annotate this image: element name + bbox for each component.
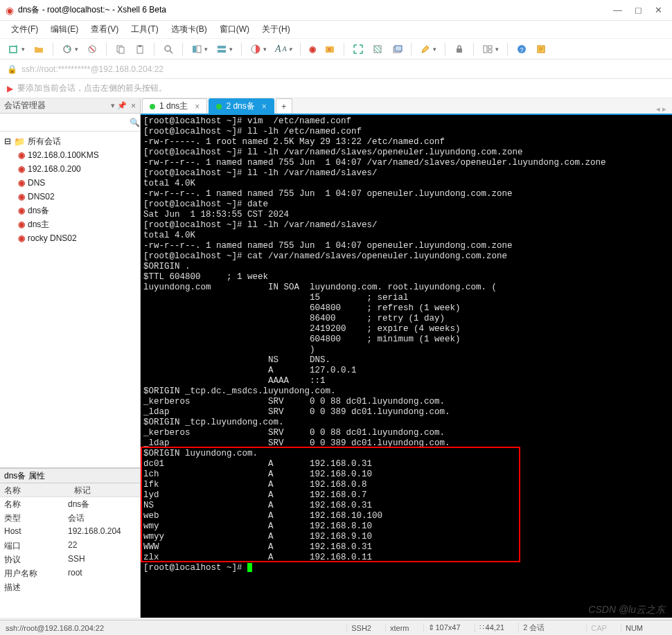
paste-button[interactable]: [132, 42, 148, 56]
fullscreen-button[interactable]: [350, 42, 366, 56]
address-bar[interactable]: 🔒 ssh://root:**********@192.168.0.204:22: [0, 60, 672, 79]
prop-key: 类型: [0, 511, 64, 525]
status-num: NUM: [621, 624, 647, 632]
xagent-button[interactable]: ◉: [306, 43, 319, 55]
panel-close-icon[interactable]: ×: [131, 101, 136, 111]
tab-label: 2 dns备: [226, 100, 254, 112]
menu-tabs[interactable]: 选项卡(B): [167, 22, 211, 37]
main-area: 会话管理器 ▾ 📌 × 🔍 ⊟ 📁 所有会话 ◉192.168.0.100KMS…: [0, 98, 672, 618]
ontop-button[interactable]: [389, 42, 405, 56]
prop-value: 192.168.0.204: [64, 525, 140, 539]
session-item[interactable]: ◉DNS: [1, 176, 139, 190]
session-label: DNS: [28, 178, 45, 188]
copy-button[interactable]: [112, 42, 129, 56]
session-sidebar: 会话管理器 ▾ 📌 × 🔍 ⊟ 📁 所有会话 ◉192.168.0.100KMS…: [0, 98, 141, 618]
new-session-button[interactable]: +▾: [6, 42, 28, 56]
session-item[interactable]: ◉192.168.0.100KMS: [1, 148, 139, 162]
open-button[interactable]: [30, 42, 47, 56]
session-search: 🔍: [0, 114, 140, 132]
xftp-button[interactable]: X: [321, 42, 338, 56]
svg-rect-21: [488, 46, 492, 48]
lock-icon: 🔒: [7, 64, 17, 74]
maximize-button[interactable]: ◻: [635, 6, 642, 15]
address-text: ssh://root:**********@192.168.0.204:22: [21, 64, 163, 74]
props-title: dns备 属性: [4, 470, 45, 482]
props-row: 端口22: [0, 539, 140, 553]
layout-button[interactable]: ▾: [479, 42, 502, 56]
prop-key: 描述: [0, 580, 64, 594]
help-button[interactable]: ?: [513, 42, 530, 56]
folder-icon: 📁: [14, 136, 25, 147]
transparency-button[interactable]: [369, 42, 386, 56]
session-item[interactable]: ◉rocky DNS02: [1, 231, 139, 245]
svg-text:+: +: [15, 44, 18, 49]
props-col-value: 标记: [70, 483, 140, 497]
session-label: 192.168.0.200: [28, 164, 81, 174]
toolbar: +▾ ▾ ▾ ▾ ▾ AA▾ ◉ X ▾ ▾ ?: [0, 39, 672, 60]
minimize-button[interactable]: —: [613, 6, 622, 15]
props-header: dns备 属性: [0, 468, 140, 483]
content-area: 1 dns主×2 dns备× + ◂ ▸ [root@localhost ~]#…: [141, 98, 672, 618]
menu-view[interactable]: 查看(V): [87, 22, 123, 37]
pin-icon[interactable]: ▾ 📌: [111, 101, 127, 110]
svg-rect-19: [457, 48, 462, 53]
reconnect-button[interactable]: ▾: [59, 42, 81, 56]
session-tab[interactable]: 1 dns主×: [142, 98, 207, 114]
session-item[interactable]: ◉192.168.0.200: [1, 162, 139, 176]
tab-nav-arrows[interactable]: ◂ ▸: [651, 105, 672, 114]
tab-bar: 1 dns主×2 dns备× + ◂ ▸: [141, 98, 672, 115]
status-proto: SSH2: [346, 624, 375, 632]
session-panel-title: 会话管理器: [4, 100, 46, 111]
tree-root[interactable]: ⊟ 📁 所有会话: [1, 134, 139, 148]
color-scheme-button[interactable]: ▾: [247, 42, 269, 56]
session-item[interactable]: ◉dns主: [1, 217, 139, 231]
session-item[interactable]: ◉dns备: [1, 204, 139, 217]
prop-key: 端口: [0, 539, 64, 553]
prop-value: 22: [64, 539, 140, 553]
svg-rect-9: [193, 46, 196, 53]
session-icon: ◉: [18, 178, 25, 188]
status-size: ⇕107x47: [423, 623, 465, 632]
disconnect-button[interactable]: [84, 42, 100, 56]
flag-icon: ▶: [7, 84, 13, 93]
status-dot-icon: [150, 104, 155, 109]
svg-text:X: X: [328, 47, 331, 52]
close-button[interactable]: ✕: [655, 6, 662, 15]
font-button[interactable]: AA▾: [272, 42, 294, 56]
menu-about[interactable]: 关于(H): [258, 22, 294, 37]
session-icon: ◉: [18, 206, 25, 215]
menu-edit[interactable]: 编辑(E): [46, 22, 82, 37]
svg-rect-20: [484, 46, 487, 53]
menu-file[interactable]: 文件(F): [7, 22, 42, 37]
prop-key: 协议: [0, 553, 64, 566]
tab-close-icon[interactable]: ×: [262, 102, 267, 111]
tunnel-panel-button[interactable]: ▾: [213, 42, 236, 56]
highlight-button[interactable]: ▾: [417, 42, 439, 56]
search-input[interactable]: [0, 114, 125, 131]
lock-button[interactable]: [451, 42, 468, 56]
new-tab-button[interactable]: +: [276, 98, 292, 114]
status-sessions: 2 会话: [518, 623, 549, 633]
prop-value: 会话: [64, 511, 140, 525]
menubar: 文件(F) 编辑(E) 查看(V) 工具(T) 选项卡(B) 窗口(W) 关于(…: [0, 21, 672, 39]
session-item[interactable]: ◉DNS02: [1, 190, 139, 204]
svg-rect-18: [395, 46, 402, 51]
session-panel-header: 会话管理器 ▾ 📌 ×: [0, 98, 140, 114]
watermark: CSDN @lu云之东: [588, 605, 665, 615]
script-button[interactable]: [533, 42, 549, 56]
session-label: 192.168.0.100KMS: [28, 150, 99, 160]
prop-key: 名称: [0, 497, 64, 511]
menu-window[interactable]: 窗口(W): [215, 22, 254, 37]
sessions-panel-button[interactable]: ▾: [188, 42, 211, 56]
tab-label: 1 dns主: [159, 100, 188, 112]
status-cursor: ∷44,21: [475, 623, 509, 632]
tab-close-icon[interactable]: ×: [195, 102, 200, 111]
props-row: 用户名称root: [0, 566, 140, 580]
terminal[interactable]: [root@localhost ~]# vim /etc/named.conf …: [141, 115, 672, 618]
session-tab[interactable]: 2 dns备×: [209, 98, 274, 114]
session-label: dns主: [28, 219, 49, 231]
menu-tools[interactable]: 工具(T): [127, 22, 162, 37]
app-icon: ◉: [6, 5, 14, 16]
find-button[interactable]: [160, 42, 177, 56]
expand-icon[interactable]: ⊟: [4, 136, 11, 146]
